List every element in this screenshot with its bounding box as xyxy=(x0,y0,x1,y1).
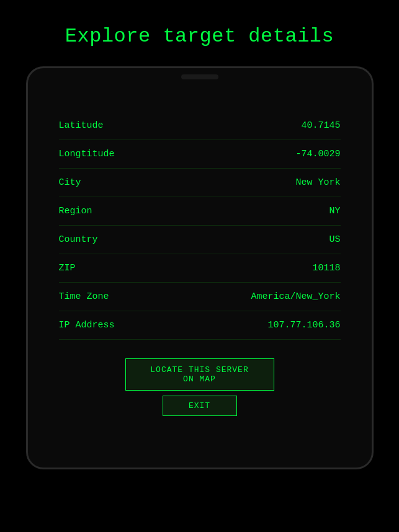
row-value-city: New York xyxy=(167,169,340,197)
page-title: Explore target details xyxy=(65,25,334,48)
phone-frame: Latitude40.7145Longtitude-74.0029CityNew… xyxy=(26,66,374,469)
row-value-time-zone: America/New_York xyxy=(167,283,340,311)
table-row: RegionNY xyxy=(59,197,341,226)
row-value-ip-address: 107.77.106.36 xyxy=(167,311,340,340)
row-label-ip-address: IP Address xyxy=(59,311,168,340)
table-row: Time ZoneAmerica/New_York xyxy=(59,283,341,311)
data-table: Latitude40.7145Longtitude-74.0029CityNew… xyxy=(59,112,341,340)
row-label-region: Region xyxy=(59,197,168,226)
row-label-latitude: Latitude xyxy=(59,112,168,140)
row-value-latitude: 40.7145 xyxy=(167,112,340,140)
row-label-city: City xyxy=(59,169,168,197)
row-value-longtitude: -74.0029 xyxy=(167,140,340,169)
row-value-region: NY xyxy=(167,197,340,226)
row-label-longtitude: Longtitude xyxy=(59,140,168,169)
buttons-container: LOCATE THIS SERVER ON MAP EXIT xyxy=(59,358,341,416)
table-row: CityNew York xyxy=(59,169,341,197)
locate-server-button[interactable]: LOCATE THIS SERVER ON MAP xyxy=(125,358,274,391)
table-row: Latitude40.7145 xyxy=(59,112,341,140)
row-label-zip: ZIP xyxy=(59,254,168,283)
exit-button[interactable]: EXIT xyxy=(163,396,237,416)
row-label-country: Country xyxy=(59,226,168,254)
row-value-zip: 10118 xyxy=(167,254,340,283)
table-row: CountryUS xyxy=(59,226,341,254)
table-row: IP Address107.77.106.36 xyxy=(59,311,341,340)
table-row: ZIP10118 xyxy=(59,254,341,283)
screen-content: Latitude40.7145Longtitude-74.0029CityNew… xyxy=(28,87,372,455)
table-row: Longtitude-74.0029 xyxy=(59,140,341,169)
row-label-time-zone: Time Zone xyxy=(59,283,168,311)
row-value-country: US xyxy=(167,226,340,254)
